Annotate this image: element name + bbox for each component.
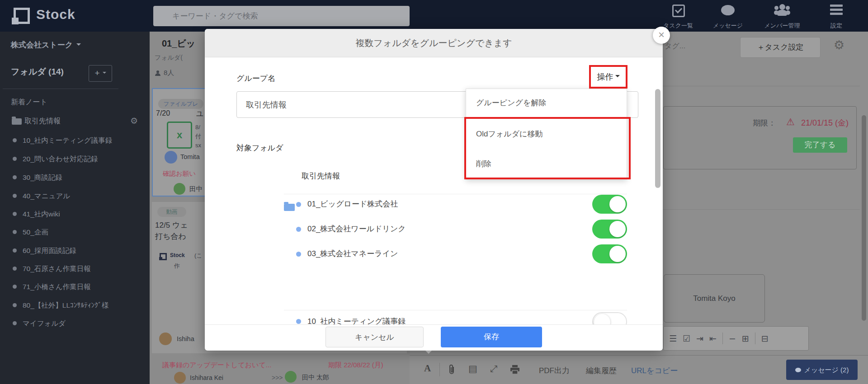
top-navbar: Stock タスク一覧 メッセージ メンバー管理 設定 (0, 0, 868, 32)
print-icon[interactable] (510, 365, 520, 374)
file-name-lines: 8/付sx (195, 123, 201, 150)
page-scrollbar[interactable] (862, 115, 866, 321)
paperclip-icon[interactable] (448, 364, 456, 375)
note-title-line: 打ち合わ (155, 231, 186, 242)
assignee-name: 田中 (189, 185, 203, 193)
warning-icon: ⚠ (786, 117, 795, 127)
person-icon (155, 70, 160, 75)
gear-icon[interactable]: ⚙ (834, 38, 844, 52)
dot-icon (13, 212, 17, 216)
task-setting-button[interactable]: ＋タスク設定 (740, 37, 821, 58)
nav-settings[interactable]: 設定 (809, 3, 863, 31)
task-row-text: 議事録のアップデートしておいて... (162, 361, 271, 370)
avatar (285, 371, 297, 383)
due-date: 21/01/15 (金) (801, 117, 849, 128)
target-folders-label: 対象フォルダ (236, 143, 283, 153)
note-title-line: 12/5 ウェ (155, 220, 188, 230)
chevron-down-icon (103, 72, 106, 75)
document-icon[interactable]: ▤ (468, 363, 477, 374)
sidebar-item-folder[interactable]: 60_採用面談記録 (0, 246, 150, 262)
sidebar-item-folder[interactable]: 30_商談記録 (0, 173, 150, 188)
task-to: 田中 太郎 (302, 374, 329, 382)
separator (722, 332, 723, 344)
sidebar-item-folder[interactable]: 70_石原さん作業日報 (0, 264, 150, 280)
font-style-icon[interactable]: A (424, 363, 431, 374)
complete-button[interactable]: 完了する (793, 137, 847, 153)
divider (3, 89, 118, 89)
divider (284, 194, 627, 194)
folders-heading: フォルダ (14) (11, 66, 64, 78)
cancel-button[interactable]: キャンセル (326, 327, 424, 347)
avatar (159, 332, 172, 345)
group-folder-name: 取引先情報 (302, 171, 340, 181)
table-remove-icon[interactable]: ⊟ (761, 333, 769, 343)
sidebar-item-folder[interactable]: マイフォルダ (0, 319, 150, 334)
expand-icon[interactable]: ⤢ (490, 363, 497, 374)
folder-icon (284, 204, 295, 211)
close-icon[interactable]: × (653, 27, 670, 44)
avatar (174, 183, 185, 195)
menu-item-delete[interactable]: 削除 (476, 159, 491, 169)
modal-scrollbar[interactable] (655, 89, 660, 188)
task-alert: 確認お願い (163, 169, 196, 178)
folder-toggle-on[interactable] (592, 195, 627, 214)
sidebar-item-folder[interactable]: 41_社内wiki (0, 210, 150, 225)
team-selector[interactable]: 株式会社ストーク (11, 40, 81, 50)
member-count: 8人 (164, 69, 174, 77)
menu-item-move-to-old[interactable]: Oldフォルダに移動 (476, 129, 542, 139)
folder-toggle-off[interactable] (592, 312, 627, 324)
stock-mini-logo (160, 253, 167, 260)
task-box: 期限： ⚠ 21/01/15 (金) 完了する (663, 106, 857, 169)
chevron-down-icon (615, 75, 620, 80)
sidebar-group-folder[interactable]: 取引先情報 ⚙ (0, 117, 150, 132)
table-icon[interactable]: ⊞ (742, 333, 749, 343)
checkbox-icon[interactable]: ☑ (683, 333, 690, 343)
message-count-button[interactable]: メッセージ (2) (786, 360, 858, 380)
operations-button[interactable]: 操作 (589, 65, 627, 89)
edit-history-button[interactable]: 編集履歴 (586, 365, 617, 376)
folder-row-name: 02_株式会社ワールドリンク (307, 224, 406, 234)
folder-toggle-on[interactable] (592, 244, 627, 263)
nav-messages[interactable]: メッセージ (701, 3, 755, 31)
dot-icon (13, 157, 17, 161)
menu-item-ungroup[interactable]: グルーピングを解除 (476, 98, 546, 108)
grouping-modal: 複数フォルダをグルーピングできます グループ名 操作 グルーピングを解除 Old… (205, 29, 663, 350)
group-name-label: グループ名 (236, 73, 275, 84)
sidebar-item-folder[interactable]: 10_社内ミーティング議事録 (0, 136, 150, 151)
ordered-list-icon[interactable]: ☰ (669, 333, 677, 343)
sidebar-item-new-notes[interactable]: 新着ノート (11, 98, 47, 107)
gear-icon[interactable]: ⚙ (130, 116, 138, 126)
add-folder-button[interactable]: + (89, 65, 112, 82)
task-from: Ishihara Kei (190, 374, 223, 381)
dot-icon (296, 319, 301, 324)
message-bubble-icon (721, 5, 735, 15)
nav-member-management[interactable]: メンバー管理 (755, 3, 809, 31)
menu-bars-icon (830, 5, 843, 15)
outdent-icon[interactable]: ⇤ (709, 333, 717, 343)
sidebar-item-folder[interactable]: 80_【社外】LLｺﾝｻﾙﾃｨﾝｸﾞ様 (0, 301, 150, 316)
operations-dropdown: グルーピングを解除 Oldフォルダに移動 削除 (466, 89, 627, 180)
pdf-export-button[interactable]: PDF出力 (539, 365, 570, 376)
search-input[interactable] (153, 6, 410, 26)
tag-input[interactable]: タグ... (665, 42, 685, 51)
chevron-down-icon (76, 43, 81, 48)
indent-icon[interactable]: ⇥ (696, 333, 703, 343)
sidebar-item-folder[interactable]: 50_企画 (0, 228, 150, 243)
folder-toggle-on[interactable] (592, 220, 627, 239)
avatar (174, 372, 186, 384)
dot-icon (13, 303, 17, 307)
dot-icon (13, 194, 17, 198)
video-badge: 動画 (157, 207, 186, 217)
save-button[interactable]: 保存 (441, 327, 542, 347)
dot-icon (296, 252, 301, 257)
horizontal-rule-icon[interactable]: − (729, 333, 736, 343)
brand-name: Stock (36, 7, 75, 22)
divider (663, 209, 860, 210)
divider (284, 310, 627, 310)
dot-icon (13, 230, 17, 234)
sidebar-item-folder[interactable]: 40_マニュアル (0, 192, 150, 207)
sidebar-item-folder[interactable]: 20_問い合わせ対応記録 (0, 155, 150, 170)
copy-url-link[interactable]: URLをコピー (631, 365, 678, 376)
folder-row-name: 01_ビッグロード株式会社 (307, 199, 398, 209)
sidebar-item-folder[interactable]: 71_小橋さん作業日報 (0, 282, 150, 298)
